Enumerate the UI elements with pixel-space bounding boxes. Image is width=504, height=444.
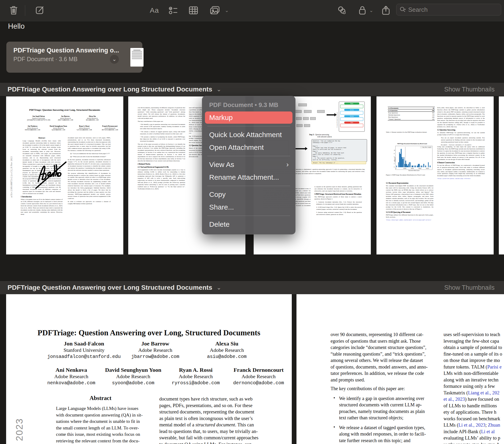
metadata-panel: PagesSectionSectionTable bbox=[339, 102, 365, 132]
text-block: Ryan A. Rossi bbox=[172, 367, 220, 373]
author-block: David Seunghyun YoonAdobe Researchsyoon@… bbox=[105, 367, 161, 386]
bullet-item: We identify a gap in question answering … bbox=[331, 395, 430, 421]
tree-node bbox=[310, 117, 316, 120]
text-block: Tool-augmented LLMs have become increasi… bbox=[138, 169, 185, 190]
pdf-page-thumbnail-5[interactable] bbox=[499, 96, 504, 255]
text-block: takeaways from pages 5-7?" bbox=[313, 142, 366, 143]
text-block: 3.1 Document Representation bbox=[386, 182, 433, 184]
text-block: The rest of the paper proceeds as follow… bbox=[138, 143, 185, 162]
text-line: LLMs (Li et al., 2023; Zhuan bbox=[444, 422, 504, 428]
menu-separator bbox=[207, 126, 290, 126]
lock-chevron-icon[interactable]: ⌄ bbox=[365, 4, 378, 17]
chart-bar bbox=[410, 162, 411, 167]
x-tick: 0 bbox=[396, 168, 396, 169]
text-block: Adobe Research bbox=[233, 373, 284, 380]
chart-bar bbox=[423, 164, 424, 167]
text-block: Adobe Research bbox=[102, 127, 118, 129]
histogram-plot: --- Avg. Doc. Length10864200100002000030… bbox=[395, 146, 432, 170]
author-block: Alexa SiuAdobe Researchasiu@adobe.com bbox=[86, 115, 99, 121]
menu-item-view-as[interactable]: View As› bbox=[202, 158, 295, 171]
text-line: obtain a sample of potential to bbox=[444, 344, 504, 351]
footnote: ¹https://developer.adobe.com/document-se… bbox=[386, 219, 433, 221]
table-icon[interactable] bbox=[187, 4, 199, 17]
menu-item-markup[interactable]: Markup bbox=[205, 111, 292, 124]
text-block: Page 6: bbox=[313, 151, 366, 152]
chevron-down-icon[interactable]: ⌄ bbox=[216, 284, 221, 291]
right-column: uses self-supervision to teachleveraging… bbox=[444, 331, 504, 444]
left-column: AbstractLarge Language Models (LLMs) hav… bbox=[21, 137, 63, 216]
share-icon[interactable] bbox=[380, 4, 392, 17]
search-input[interactable]: Search bbox=[396, 4, 501, 16]
text-line: fine-tuned on a sample of its o bbox=[444, 351, 504, 358]
text-block: Jon Saad-Falcon bbox=[27, 115, 50, 117]
text-block: Stanford University bbox=[27, 117, 50, 119]
pdf-page-preview-1[interactable]: 8 Nov 2023PDFTriage: Question Answering … bbox=[6, 294, 292, 444]
menu-item-copy[interactable]: Copy bbox=[202, 188, 295, 201]
media-chevron-icon[interactable]: ⌄ bbox=[221, 4, 233, 17]
text-block: To initialize PDFTriage for question-ans… bbox=[437, 132, 485, 136]
text-block: retrieving the relevant context from the… bbox=[56, 438, 148, 444]
text-block: Abstract bbox=[21, 137, 63, 139]
text-block: 1 Introduction bbox=[21, 196, 63, 198]
text-block: Franck Dernoncourt bbox=[102, 125, 118, 127]
text-block: 3.3 Question Answering bbox=[437, 129, 485, 131]
chart-bar bbox=[422, 166, 422, 167]
attachment-thumbnail bbox=[130, 48, 144, 67]
text-line: formance using only a few bbox=[444, 383, 504, 390]
arxiv-sidebar: 8 Nov 2023 bbox=[14, 418, 25, 444]
pdf-page-preview-2[interactable]: over 90 documents, representing 10 diffe… bbox=[296, 294, 504, 444]
text-block: ryrossi@adobe.com bbox=[172, 380, 220, 386]
menu-item-rename-attachment[interactable]: Rename Attachment... bbox=[202, 171, 295, 183]
checklist-icon[interactable] bbox=[167, 4, 180, 17]
text-line: mental model of a structured document. T… bbox=[159, 422, 270, 428]
text-block: Alexa Siu bbox=[207, 340, 247, 347]
show-thumbnails-button[interactable]: Show Thumbnails bbox=[444, 86, 495, 93]
attachment-subtitle: PDF Document · 3.6 MB bbox=[13, 56, 77, 63]
text-block: jonsaadfalcon@stanford.edu bbox=[47, 354, 121, 360]
text-block: We consider born-digital PDF documents a… bbox=[386, 185, 433, 210]
text-block: “table reasoning questions”, and “trick … bbox=[331, 351, 430, 358]
answer-box: Answer: The key takeaways of ... bbox=[311, 161, 366, 164]
show-thumbnails-button[interactable]: Show Thumbnails bbox=[444, 284, 495, 291]
text-block: Adobe Research bbox=[86, 117, 99, 119]
text-block: with document question answering (QA) in… bbox=[56, 412, 148, 418]
abstract-heading: Abstract bbox=[54, 395, 146, 401]
text-line: pages, PDFs, presentations, and so on. F… bbox=[159, 402, 270, 409]
trash-icon[interactable] bbox=[8, 4, 20, 17]
chevron-down-icon[interactable]: ⌄ bbox=[110, 55, 119, 64]
pdf-page-thumbnail-1[interactable]: arXiv:2309.08872v2 [cs.CL] 8 Nov 2023PDF… bbox=[6, 96, 123, 255]
add-link-icon[interactable] bbox=[336, 4, 348, 17]
text-block: 2.1 Tool and Retrieval Augmented LLMs bbox=[138, 166, 185, 168]
tree-node bbox=[317, 110, 325, 113]
figure-caption: Figure 2: PDFTriage Document Distributio… bbox=[386, 174, 435, 176]
x-tick: 10000 bbox=[403, 168, 406, 169]
text-block: ...the query embedding. We then feed eac… bbox=[313, 152, 366, 154]
author-block: Ani NenkovaAdobe Researchnenkova@adobe.c… bbox=[47, 367, 95, 386]
text-block bbox=[313, 144, 366, 145]
text-block: Large Language Models (LLMs) have issues… bbox=[21, 140, 63, 195]
text-line: LMs with non-differentiable bbox=[444, 370, 504, 377]
text-block: 2 Related Works bbox=[138, 163, 185, 165]
text-block: jonsaadfalcon@stanford.edu bbox=[27, 119, 50, 121]
tree-node bbox=[296, 117, 302, 120]
chart-bar bbox=[413, 166, 413, 167]
text-line: evaluating LLMs’ ability to p bbox=[444, 435, 504, 442]
media-icon[interactable] bbox=[209, 4, 221, 17]
search-icon bbox=[400, 7, 406, 13]
text-block: over 90 documents, representing 10 diffe… bbox=[138, 107, 185, 120]
chevron-down-icon[interactable]: ⌄ bbox=[216, 86, 221, 93]
text-line: et al., 2023) have focused on bbox=[444, 396, 504, 403]
attachment-card[interactable]: PDFTriage Question Answering o... PDF Do… bbox=[6, 42, 142, 73]
pdf-page-thumbnail-4[interactable]: # of Documents82# of Questions908Easy Qu… bbox=[377, 96, 494, 255]
format-icon[interactable]: Aa bbox=[148, 4, 161, 17]
text-line: uses self-supervision to teach bbox=[444, 331, 504, 338]
menu-item-open-attachment[interactable]: Open Attachment bbox=[202, 141, 295, 154]
text-block: Adobe Research bbox=[50, 127, 67, 129]
menu-item-delete[interactable]: Delete bbox=[202, 218, 295, 230]
x-axis-label: Document Word Count bbox=[409, 170, 419, 171]
text-block: structured documents with current LLM ap… bbox=[339, 402, 430, 408]
menu-item-quick-look-attachment[interactable]: Quick Look Attachment bbox=[202, 129, 295, 141]
x-tick: 30000 bbox=[418, 168, 421, 169]
compose-icon[interactable] bbox=[34, 4, 46, 17]
menu-item-share[interactable]: Share... bbox=[202, 201, 295, 213]
